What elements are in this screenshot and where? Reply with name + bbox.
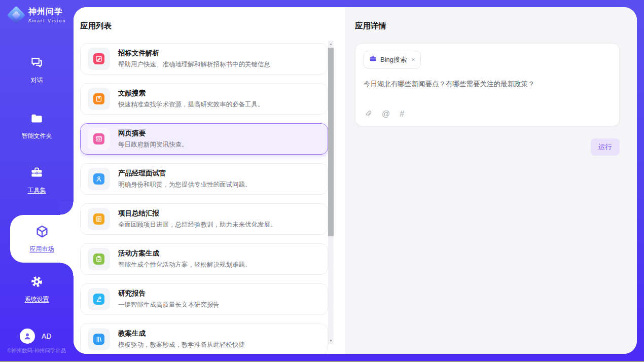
app-name: 研究报告 (118, 289, 220, 298)
folder-icon (30, 112, 44, 127)
hash-icon[interactable]: # (400, 110, 404, 118)
books-icon (88, 328, 110, 350)
microscope-icon (88, 288, 110, 310)
app-detail-panel: 应用详情 Bing搜索 × 今日湖北有哪些新闻要点？有哪些需要关注的最新政策？ (345, 7, 637, 354)
briefcase-icon (369, 55, 377, 64)
chat-bubble-icon (30, 56, 44, 71)
app-desc: 快速精准查找学术资源，提高研究效率的必备工具。 (118, 100, 264, 109)
app-desc: 模板驱动，教案秒成，教学准备从此轻松快捷 (118, 341, 245, 349)
toolbox-icon (30, 166, 44, 182)
app-desc: 明确身份和职责，为您提供专业性的面试问题。 (118, 180, 252, 189)
paperclip-icon[interactable] (364, 109, 372, 119)
app-name: 活动方案生成 (118, 249, 252, 258)
interviewer-icon (88, 168, 110, 190)
app-list: 招标文件解析 帮助用户快速、准确地理解和解析招标书中的关键信息 文献搜索 快速精… (80, 43, 345, 354)
book-icon (88, 88, 110, 110)
app-card-bid-analysis[interactable]: 招标文件解析 帮助用户快速、准确地理解和解析招标书中的关键信息 (80, 43, 328, 75)
app-name: 项目总结汇报 (118, 209, 277, 218)
mention-icon[interactable]: @ (382, 110, 390, 118)
cube-icon (34, 224, 50, 241)
app-name: 文献搜索 (118, 89, 264, 98)
scroll-down-arrow-icon[interactable]: ▼ (328, 338, 334, 344)
edit-document-icon (88, 48, 110, 70)
sidebar-item-label: 工具集 (28, 186, 46, 195)
sidebar-item-chat[interactable]: 对话 (0, 56, 74, 85)
app-name: 网页摘要 (118, 129, 188, 138)
app-name: 产品经理面试官 (118, 169, 252, 178)
sidebar-item-settings[interactable]: 系统设置 (0, 275, 74, 304)
user-initials: AD (42, 332, 51, 340)
query-composer[interactable]: Bing搜索 × 今日湖北有哪些新闻要点？有哪些需要关注的最新政策？ @ # (355, 43, 620, 126)
sidebar-item-label: 系统设置 (25, 295, 49, 304)
app-card-lesson-plan[interactable]: 教案生成 模板驱动，教案秒成，教学准备从此轻松快捷 (80, 323, 328, 354)
app-card-project-summary[interactable]: 项目总结汇报 全面回顾项目进展，总结经验教训，助力未来优化发展。 (80, 203, 328, 235)
browser-code-icon (88, 128, 110, 150)
sidebar-item-app-market[interactable]: 应用市场 (10, 215, 74, 263)
avatar (20, 329, 35, 344)
run-button[interactable]: 运行 (591, 138, 620, 156)
composer-toolbar: @ # (364, 109, 404, 119)
app-list-title: 应用列表 (80, 21, 345, 31)
app-desc: 全面回顾项目进展，总结经验教训，助力未来优化发展。 (118, 221, 277, 229)
query-text[interactable]: 今日湖北有哪些新闻要点？有哪些需要关注的最新政策？ (364, 80, 611, 89)
app-list-panel: 应用列表 招标文件解析 帮助用户快速、准确地理解和解析招标书中的关键信息 (74, 7, 345, 354)
main-content: 应用列表 招标文件解析 帮助用户快速、准确地理解和解析招标书中的关键信息 (74, 7, 637, 354)
app-desc: 智能生成个性化活动方案，轻松解决规划难题。 (118, 261, 252, 269)
list-scrollbar[interactable]: ▲ ▼ (328, 41, 334, 344)
tool-chip-label: Bing搜索 (380, 55, 407, 64)
scroll-up-arrow-icon[interactable]: ▲ (328, 41, 334, 47)
scrollbar-thumb[interactable] (328, 48, 334, 236)
brand-subtitle: Smart Vision (28, 18, 66, 23)
sidebar-item-label: 应用市场 (30, 245, 54, 254)
app-card-pm-interviewer[interactable]: 产品经理面试官 明确身份和职责，为您提供专业性的面试问题。 (80, 163, 328, 195)
brand-title: 神州问学 (28, 7, 66, 17)
app-card-web-summary[interactable]: 网页摘要 每日政府新闻资讯快查。 (80, 123, 328, 155)
sidebar-item-smart-folder[interactable]: 智能文件夹 (0, 112, 74, 140)
app-card-research-report[interactable]: 研究报告 一键智能生成高质量长文本研究报告 (80, 283, 328, 315)
app-card-literature-search[interactable]: 文献搜索 快速精准查找学术资源，提高研究效率的必备工具。 (80, 83, 328, 115)
gear-icon (30, 275, 44, 291)
app-desc: 一键智能生成高质量长文本研究报告 (118, 301, 220, 309)
logo-diamond-icon (9, 8, 24, 23)
tool-chip-bing-search[interactable]: Bing搜索 × (364, 51, 421, 68)
notepad-icon (88, 208, 110, 230)
app-card-event-plan[interactable]: 活动方案生成 智能生成个性化活动方案，轻松解决规划难题。 (80, 243, 328, 275)
app-desc: 帮助用户快速、准确地理解和解析招标书中的关键信息 (118, 60, 270, 69)
sidebar-item-label: 对话 (31, 76, 43, 85)
app-desc: 每日政府新闻资讯快查。 (118, 140, 188, 149)
app-name: 教案生成 (118, 329, 245, 338)
app-detail-title: 应用详情 (355, 21, 620, 31)
footer-copyright: ©神州数码·神州问学出品 (0, 347, 74, 354)
chip-close-icon[interactable]: × (411, 56, 415, 63)
app-name: 招标文件解析 (118, 49, 270, 58)
sidebar-item-label: 智能文件夹 (22, 132, 52, 140)
sidebar: 神州问学 Smart Vision 对话 智能文件夹 (0, 0, 74, 362)
app-logo: 神州问学 Smart Vision (9, 7, 66, 23)
sidebar-item-toolset[interactable]: 工具集 (0, 166, 74, 195)
user-account[interactable]: AD (20, 329, 51, 344)
clipboard-check-icon (88, 248, 110, 270)
